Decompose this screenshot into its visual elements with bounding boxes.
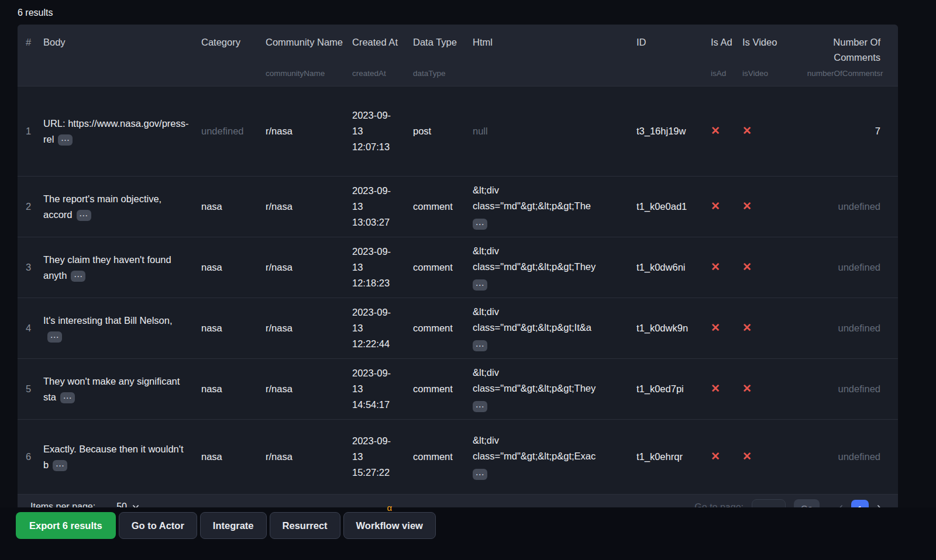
html-text: &lt;div class="md"&gt;&lt;p&gt;They — [473, 367, 596, 393]
cell-community-name: r/nasa — [266, 381, 352, 397]
cell-html: null — [473, 123, 636, 139]
expand-cell-button[interactable]: ⋯ — [473, 469, 487, 480]
cell-data-type: post — [413, 123, 473, 139]
expand-cell-button[interactable]: ⋯ — [71, 271, 85, 282]
cell-body: The report's main objective, accord⋯ — [43, 191, 201, 222]
cell-id: t1_k0ehrqr — [636, 449, 711, 465]
cell-row-number: 5 — [18, 381, 43, 397]
html-expand-row: ⋯ — [473, 215, 614, 231]
cell-body: URL: https://www.nasa.gov/press-rel⋯ — [43, 116, 201, 147]
column-header-isAd: Is AdisAd — [711, 25, 742, 86]
cell-row-number: 1 — [18, 123, 43, 139]
cell-category: nasa — [201, 199, 266, 215]
column-header-html: Html — [473, 25, 636, 86]
column-label: Body — [43, 34, 190, 50]
alpha-badge: α — [387, 503, 392, 512]
cell-body: They claim they haven't found anyth⋯ — [43, 252, 201, 283]
expand-cell-button[interactable]: ⋯ — [47, 331, 62, 343]
column-label: Community Name — [266, 34, 344, 50]
cell-number-of-comments: undefined — [788, 320, 880, 336]
column-sublabel: isAd — [711, 69, 734, 78]
expand-cell-button[interactable]: ⋯ — [60, 392, 75, 403]
cell-row-number: 3 — [18, 260, 43, 275]
expand-cell-button[interactable]: ⋯ — [53, 460, 67, 471]
cell-number-of-comments: undefined — [788, 199, 880, 215]
cell-created-at: 2023-09-13 14:54:17 — [352, 365, 413, 412]
cell-data-type: comment — [413, 320, 473, 336]
cell-body: Exactly. Because then it wouldn't b⋯ — [43, 441, 201, 472]
cell-body: They won't make any significant sta⋯ — [43, 374, 201, 405]
expand-cell-button[interactable]: ⋯ — [473, 279, 487, 291]
html-expand-row: ⋯ — [473, 276, 614, 292]
cell-is-ad: ✕ — [711, 448, 742, 466]
table-row: 2The report's main objective, accord⋯nas… — [18, 176, 898, 237]
expand-cell-button[interactable]: ⋯ — [77, 210, 91, 221]
cell-id: t1_k0dw6ni — [636, 260, 711, 275]
table-row: 5They won't make any significant sta⋯nas… — [18, 358, 898, 419]
column-label: # — [26, 34, 35, 50]
body-text: They claim they haven't found anyth — [43, 254, 171, 281]
results-table: #BodyCategoryCommunity NamecommunityName… — [18, 25, 898, 527]
results-count: 6 results — [18, 8, 53, 18]
column-label: Html — [473, 34, 614, 50]
table-row: 1URL: https://www.nasa.gov/press-rel⋯und… — [18, 87, 898, 176]
cell-created-at: 2023-09-13 12:18:23 — [352, 244, 413, 291]
cell-is-ad: ✕ — [711, 198, 742, 216]
cell-is-video: ✕ — [742, 319, 788, 337]
expand-cell-button[interactable]: ⋯ — [58, 134, 73, 146]
cell-row-number: 2 — [18, 199, 43, 215]
html-text: null — [473, 126, 488, 136]
cell-id: t3_16hj19w — [636, 123, 711, 139]
cell-row-number: 4 — [18, 320, 43, 336]
cell-number-of-comments: undefined — [788, 381, 880, 397]
column-sublabel: r — [880, 69, 898, 78]
column-sublabel: numberOfComments — [807, 69, 880, 78]
html-text: &lt;div class="md"&gt;&lt;p&gt;Exac — [473, 435, 596, 461]
cell-community-name: r/nasa — [266, 123, 352, 139]
cell-created-at: 2023-09-13 12:07:13 — [352, 108, 413, 154]
html-text: &lt;div class="md"&gt;&lt;p&gt;They — [473, 246, 596, 272]
column-header-dataType: Data TypedataType — [413, 25, 473, 86]
column-header-id: ID — [636, 25, 711, 86]
cell-html: &lt;div class="md"&gt;&lt;p&gt;Exac⋯ — [473, 433, 636, 481]
column-sublabel: createdAt — [352, 69, 400, 78]
cell-is-video: ✕ — [742, 380, 788, 398]
cell-community-name: r/nasa — [266, 320, 352, 336]
cell-id: t1_k0ed7pi — [636, 381, 711, 397]
resurrect-button[interactable]: Resurrect — [270, 512, 340, 539]
cell-is-video: ✕ — [742, 258, 788, 276]
cell-is-video: ✕ — [742, 448, 788, 466]
expand-cell-button[interactable]: ⋯ — [473, 219, 487, 230]
column-sublabel: dataType — [413, 69, 464, 78]
cell-category: nasa — [201, 320, 266, 336]
column-label: Is Video — [742, 34, 780, 50]
cell-community-name: r/nasa — [266, 199, 352, 215]
column-header-numberOfComments: Number Of CommentsnumberOfComments — [788, 25, 880, 86]
cell-row-number: 6 — [18, 449, 43, 465]
workflow-view-button[interactable]: Workflow view — [343, 512, 436, 539]
cell-html: &lt;div class="md"&gt;&lt;p&gt;They⋯ — [473, 365, 636, 413]
expand-cell-button[interactable]: ⋯ — [473, 401, 487, 412]
go-to-actor-button[interactable]: Go to Actor — [119, 512, 197, 539]
cell-data-type: comment — [413, 381, 473, 397]
table-row: 6Exactly. Because then it wouldn't b⋯nas… — [18, 419, 898, 494]
export-results-button[interactable]: Export 6 results — [16, 512, 116, 539]
html-expand-row: ⋯ — [473, 465, 614, 481]
column-header-partial: r — [880, 25, 898, 86]
cell-is-ad: ✕ — [711, 319, 742, 337]
cell-data-type: comment — [413, 260, 473, 275]
table-header-row: #BodyCategoryCommunity NamecommunityName… — [18, 25, 898, 86]
cell-created-at: 2023-09-13 12:22:44 — [352, 305, 413, 351]
integrate-button[interactable]: Integrate — [200, 512, 267, 539]
column-sublabel: communityName — [266, 69, 344, 78]
cell-number-of-comments: undefined — [788, 260, 880, 275]
expand-cell-button[interactable]: ⋯ — [473, 340, 487, 351]
cell-created-at: 2023-09-13 13:03:27 — [352, 183, 413, 230]
column-label: Is Ad — [711, 34, 734, 50]
table-row: 4It's interesting that Bill Nelson,⋯nasa… — [18, 298, 898, 358]
cell-created-at: 2023-09-13 15:27:22 — [352, 433, 413, 480]
cell-id: t1_k0e0ad1 — [636, 199, 711, 215]
cell-html: &lt;div class="md"&gt;&lt;p&gt;The⋯ — [473, 182, 636, 231]
cell-category: nasa — [201, 260, 266, 275]
cell-is-video: ✕ — [742, 198, 788, 216]
